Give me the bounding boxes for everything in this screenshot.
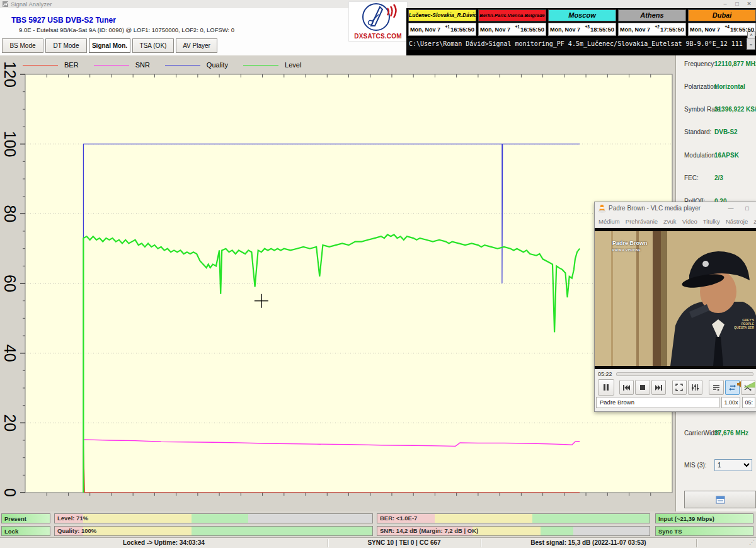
dxsatcs-logo: DXSATCS.COM bbox=[348, 1, 408, 42]
status-divider bbox=[481, 539, 481, 547]
minimize-button[interactable]: – bbox=[719, 0, 731, 8]
modulation-label: Modulation: bbox=[684, 152, 717, 159]
lock-uptime-status: Locked -> Uptime: 34:03:34 bbox=[0, 539, 328, 546]
ber-bar: BER: <1.0E-7 bbox=[377, 513, 650, 523]
header-panel: TBS 5927 USB DVB-S2 Tuner 9.0E - Eutelsa… bbox=[0, 8, 406, 56]
mis-select[interactable]: 1 bbox=[714, 459, 752, 471]
clock-lucenec: Lučenec-Slovakia_R.Dávid Mon, Nov 7+116:… bbox=[408, 9, 477, 38]
vlc-titlebar[interactable]: Padre Brown - VLC media player — □ bbox=[595, 202, 756, 215]
sync-counters-status: SYNC 10 | TEI 0 | CC 667 bbox=[328, 539, 481, 546]
logo-text: DXSATCS.COM bbox=[349, 33, 407, 40]
console-prompt[interactable]: C:\Users\Roman Dávid>Signal monitoring_P… bbox=[406, 38, 747, 50]
vlc-maximize-button[interactable]: □ bbox=[742, 205, 753, 212]
clock-moscow: Moscow Mon, Nov 7+318:55:50 bbox=[547, 9, 617, 38]
signal-status-rows: Present Lock Level: 71% Quality: 100% BE… bbox=[0, 511, 756, 537]
clock-time-row: Mon, Nov 7+217:55:50 bbox=[618, 23, 686, 36]
lock-badge: Lock bbox=[1, 526, 50, 536]
clock-time-row: Mon, Nov 7+116:55:50 bbox=[478, 23, 546, 36]
tab-bs-mode[interactable]: BS Mode bbox=[2, 38, 43, 53]
tab-tsa[interactable]: TSA (OK) bbox=[132, 38, 174, 53]
utc-offset: +3 bbox=[585, 25, 590, 29]
next-icon bbox=[655, 384, 663, 391]
menu-audio[interactable]: Zvuk bbox=[663, 218, 677, 225]
utc-offset: +1 bbox=[445, 25, 450, 29]
clock-time: 16:55:50 bbox=[450, 26, 474, 33]
clock-time-row: Mon, Nov 7+116:55:50 bbox=[408, 23, 476, 36]
menu-medium[interactable]: Médium bbox=[598, 218, 620, 225]
clock-athens: Athens Mon, Nov 7+217:55:50 bbox=[617, 9, 687, 38]
maximize-button[interactable]: □ bbox=[731, 0, 743, 8]
vlc-controls bbox=[595, 379, 756, 396]
frequency-value: 12110,877 MHz bbox=[714, 60, 756, 67]
now-playing-field[interactable]: Padre Brown bbox=[596, 397, 719, 408]
menu-view[interactable]: Zobraziť bbox=[753, 218, 756, 225]
clock-date: Mon, Nov 7 bbox=[480, 26, 510, 33]
tuner-info: 9.0E - Eutelsat 9B/Ka-Sat 9A (ID: 0090) … bbox=[19, 26, 234, 33]
clock-time: 16:55:50 bbox=[520, 26, 544, 33]
fullscreen-button[interactable] bbox=[672, 380, 687, 395]
speaker-icon bbox=[736, 380, 744, 388]
program-subtitle-overlay: PRIMA VISIONE bbox=[612, 248, 641, 252]
settings-button[interactable] bbox=[688, 380, 702, 395]
snr-line-swatch bbox=[94, 65, 129, 66]
chart-legend: BER SNR Quality Level bbox=[23, 60, 316, 70]
clock-berlin: Berlin-Paris-Vienna-Belgrade Mon, Nov 7+… bbox=[478, 9, 547, 38]
signal-chart[interactable]: 020406080100120 bbox=[0, 55, 675, 511]
clock-time-row: Mon, Nov 7+419:55:50 bbox=[688, 23, 756, 36]
ber-line-swatch bbox=[23, 65, 58, 66]
clock-time-row: Mon, Nov 7+318:55:50 bbox=[548, 23, 616, 36]
snr-bar: SNR: 14,2 dB (Margin: 7,2 dB | OK) bbox=[377, 526, 650, 536]
legend-label: SNR bbox=[135, 61, 150, 69]
pause-button[interactable] bbox=[598, 379, 614, 396]
tab-av-player[interactable]: AV Player bbox=[176, 38, 217, 53]
time-remaining: 05: bbox=[742, 397, 755, 408]
clock-city-label: Berlin-Paris-Vienna-Belgrade bbox=[478, 9, 546, 21]
tab-dt-mode[interactable]: DT Mode bbox=[45, 38, 87, 53]
best-signal-status: Best signal: 15,3 dB (2022-11-07 03:53) bbox=[481, 539, 696, 546]
seek-slider[interactable] bbox=[616, 372, 753, 376]
legend-label: BER bbox=[64, 61, 79, 69]
panel-tool-button[interactable] bbox=[684, 491, 756, 508]
vlc-minimize-button[interactable]: — bbox=[725, 205, 736, 212]
input-badge: Input (~21,39 Mbps) bbox=[655, 513, 753, 523]
fec-value: 2/3 bbox=[714, 174, 723, 181]
next-button[interactable] bbox=[651, 380, 666, 395]
fec-label: FEC: bbox=[684, 174, 699, 181]
utc-offset: +4 bbox=[725, 25, 730, 29]
tab-signal-mon[interactable]: Signal Mon. bbox=[89, 38, 130, 53]
menu-tools[interactable]: Nástroje bbox=[726, 218, 748, 225]
tuner-name: TBS 5927 USB DVB-S2 Tuner bbox=[11, 16, 116, 25]
equalizer-icon bbox=[691, 384, 699, 391]
svg-text:80: 80 bbox=[1, 205, 19, 222]
playlist-icon bbox=[713, 384, 720, 391]
playlist-button[interactable] bbox=[709, 380, 723, 395]
seek-row: 05:22 bbox=[595, 369, 756, 379]
chevron-down-icon[interactable]: ⌄ bbox=[747, 38, 755, 50]
volume-slider[interactable] bbox=[744, 380, 755, 388]
previous-button[interactable] bbox=[619, 380, 634, 395]
vlc-window: Padre Brown - VLC media player — □ Médiu… bbox=[594, 202, 756, 412]
menu-video[interactable]: Video bbox=[682, 218, 697, 225]
clock-time: 17:55:50 bbox=[660, 26, 684, 33]
sync-ts-badge: Sync TS bbox=[655, 526, 753, 536]
signal-chart-area[interactable]: 020406080100120 BER SNR Quality Level bbox=[0, 55, 675, 511]
playback-speed[interactable]: 1.00x bbox=[721, 397, 740, 408]
close-button[interactable]: ✕ bbox=[743, 0, 755, 8]
clock-time: 18:55:50 bbox=[590, 26, 614, 33]
svg-text:100: 100 bbox=[1, 131, 19, 157]
modulation-value: 16APSK bbox=[714, 152, 739, 159]
legend-item-quality: Quality bbox=[165, 61, 228, 69]
resize-grip[interactable]: ⋰ bbox=[749, 539, 755, 545]
clock-city-label: Athens bbox=[618, 9, 686, 21]
volume-control[interactable] bbox=[736, 380, 755, 388]
status-divider bbox=[696, 539, 697, 547]
menu-subtitles[interactable]: Titulky bbox=[703, 218, 720, 225]
mis-label: MIS (3): bbox=[684, 462, 707, 469]
utc-offset: +1 bbox=[515, 25, 520, 29]
menu-playback[interactable]: Prehrávanie bbox=[626, 218, 658, 225]
video-scene: Padre BrownPRIMA VISIONE GREY'SPEOPLEQUE… bbox=[595, 231, 756, 366]
satellite-dish-icon bbox=[350, 2, 406, 32]
stop-button[interactable] bbox=[635, 380, 650, 395]
level-bar: Level: 71% bbox=[54, 513, 373, 523]
video-frame[interactable]: Padre BrownPRIMA VISIONE GREY'SPEOPLEQUE… bbox=[595, 228, 756, 369]
